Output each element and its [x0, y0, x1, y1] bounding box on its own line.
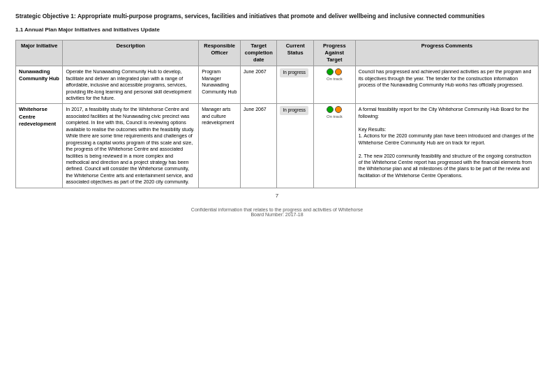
- col-header-target-date: Target completion date: [241, 40, 277, 66]
- col-header-status: Current Status: [277, 40, 313, 66]
- target-date-1: June 2067: [241, 104, 277, 188]
- col-header-progress: Progress Against Target: [313, 40, 355, 66]
- page-number: 7: [15, 193, 539, 199]
- traffic-container-0: On track: [317, 68, 352, 82]
- traffic-label-0: On track: [327, 76, 343, 82]
- traffic-container-1: On track: [317, 106, 352, 119]
- footer-line2: Board Number: 2017-18: [15, 212, 539, 217]
- description-1: In 2017, a feasibility study for the Whi…: [63, 104, 199, 188]
- traffic-lights-1: [327, 106, 342, 113]
- target-date-0: June 2067: [241, 66, 277, 104]
- col-header-description: Description: [63, 40, 199, 66]
- comments-0: Council has progressed and achieved plan…: [355, 66, 538, 104]
- light-left-1: [327, 106, 334, 113]
- light-right-1: [335, 106, 342, 113]
- traffic-light-0: On track: [313, 66, 355, 104]
- initiative-label-0: Nunawading Community Hub: [16, 66, 63, 104]
- initiatives-table: Major Initiative Description Responsible…: [15, 40, 539, 188]
- traffic-light-1: On track: [313, 104, 355, 188]
- section-title: 1.1 Annual Plan Major Initiatives and In…: [15, 27, 539, 33]
- officer-0: Program Manager Nunawading Community Hub: [199, 66, 241, 104]
- traffic-label-1: On track: [327, 114, 343, 119]
- col-header-comments: Progress Comments: [355, 40, 538, 66]
- light-left-0: [327, 68, 334, 75]
- initiative-label-1: Whitehorse Centre redevelopment: [16, 104, 63, 188]
- footer-line1: Confidential information that relates to…: [15, 207, 539, 212]
- status-1: In progress: [277, 104, 313, 188]
- page-header: Strategic Objective 1: Appropriate multi…: [15, 13, 539, 33]
- status-0: In progress: [277, 66, 313, 104]
- page-footer: Confidential information that relates to…: [15, 207, 539, 217]
- comments-1: A formal feasibility report for the City…: [355, 104, 538, 188]
- strategic-title: Strategic Objective 1: Appropriate multi…: [15, 13, 539, 21]
- traffic-lights-0: [327, 68, 342, 75]
- officer-1: Manager arts and culture redevelopment: [199, 104, 241, 188]
- light-right-0: [335, 68, 342, 75]
- description-0: Operate the Nunawading Community Hub to …: [63, 66, 199, 104]
- col-header-initiative: Major Initiative: [16, 40, 63, 66]
- col-header-officer: Responsible Officer: [199, 40, 241, 66]
